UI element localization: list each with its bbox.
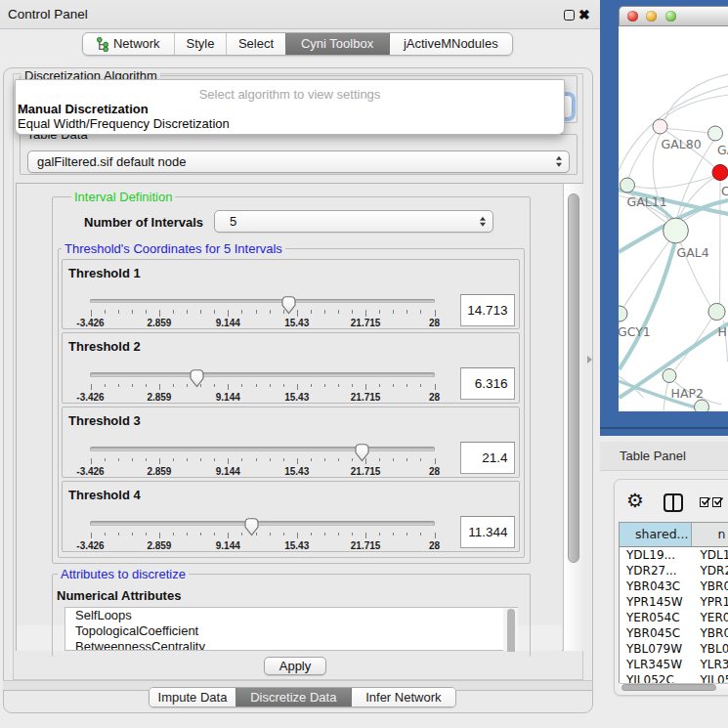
column-header-shared-name[interactable]: shared... <box>620 523 692 546</box>
threshold-3-label: Threshold 3 <box>68 413 141 428</box>
popup-hint[interactable]: Select algorithm to view settings <box>16 87 564 102</box>
split-table-icon[interactable] <box>664 493 683 512</box>
list-item[interactable]: BetweennessCentrality <box>65 639 503 651</box>
threshold-2-box: Threshold 2 -3.4262.8599.14415.4321.7152… <box>62 332 520 404</box>
table-row[interactable]: YPR145WYPR14 <box>620 594 728 610</box>
numerical-attributes-label: Numerical Attributes <box>57 588 181 603</box>
number-of-intervals-value: 5 <box>230 211 236 232</box>
slider-scale-label: -3.426 <box>76 318 104 328</box>
column-header-name[interactable]: n <box>692 523 728 546</box>
close-traffic-light-icon[interactable] <box>627 11 638 21</box>
attributes-list-scrollbar-thumb[interactable] <box>507 609 516 652</box>
slider-scale-label: 2.859 <box>147 392 171 403</box>
popup-item-manual-discretization[interactable]: Manual Discretization <box>16 102 564 116</box>
node-h[interactable] <box>707 303 724 320</box>
table-row[interactable]: YBR045CYBR04 <box>620 625 728 641</box>
threshold-4-value-field[interactable]: 11.344 <box>460 516 515 548</box>
cell-shared-name: YPR145W <box>620 594 692 610</box>
attributes-group-title: Attributes to discretize <box>58 568 189 580</box>
network-window-bottom-edge <box>600 427 728 429</box>
cell-shared-name: YBR043C <box>620 578 692 594</box>
network-view-canvas[interactable]: GAL80 GA C GAL11 GAL4 GCY1 H HAP2 <box>619 26 728 411</box>
threshold-4-value: 11.344 <box>468 517 507 547</box>
table-panel-header: Table Panel <box>600 442 728 471</box>
thresholds-group-title: Threshold's Coordinates for 5 Intervals <box>62 242 285 255</box>
threshold-3-value-field[interactable]: 21.4 <box>460 442 515 474</box>
tab-jactivemnodules[interactable]: jActiveMNodules <box>389 33 512 55</box>
cell-shared-name: YDR27... <box>620 563 692 578</box>
threshold-2-slider-track[interactable] <box>90 372 435 377</box>
gear-icon[interactable]: ⚙ <box>626 490 644 511</box>
combo-arrows-icon <box>556 156 562 167</box>
minimize-traffic-light-icon[interactable] <box>646 11 657 21</box>
tab-network-label: Network <box>113 36 160 51</box>
checkbox-select-icon[interactable] <box>712 497 722 507</box>
threshold-1-label: Threshold 1 <box>68 266 141 280</box>
list-item[interactable]: SelfLoops <box>65 608 503 623</box>
table-row[interactable]: YER054CYER05 <box>620 610 728 625</box>
tab-discretize-data[interactable]: Discretize Data <box>236 688 351 707</box>
table-row[interactable]: YBL079WYBL07 <box>620 641 728 657</box>
slider-thumb[interactable] <box>354 443 370 462</box>
close-icon[interactable]: ✖ <box>578 2 590 27</box>
tab-network[interactable]: Network <box>83 33 174 55</box>
numerical-attributes-list: SelfLoops TopologicalCoefficient Between… <box>64 607 503 651</box>
node-hap2[interactable] <box>663 369 676 383</box>
table-row[interactable]: YLR345WYLR34 <box>620 657 728 672</box>
cell-name: YPR14 <box>692 594 728 610</box>
slider-scale-label: 2.859 <box>147 540 171 551</box>
checkbox-select-icon[interactable] <box>700 497 709 507</box>
tab-cyni-toolbox[interactable]: Cyni Toolbox <box>285 33 389 55</box>
table-hscrollbar-thumb[interactable] <box>621 684 716 691</box>
float-window-icon[interactable] <box>564 10 575 21</box>
zoom-traffic-light-icon[interactable] <box>665 11 676 21</box>
network-graph: GAL80 GA C GAL11 GAL4 GCY1 H HAP2 <box>619 26 728 411</box>
tab-impute-data[interactable]: Impute Data <box>150 688 236 707</box>
number-of-intervals-combobox[interactable]: 5 <box>214 210 493 233</box>
threshold-4-slider-track[interactable] <box>90 521 435 526</box>
slider-thumb[interactable] <box>280 295 297 315</box>
threshold-3-slider-track[interactable] <box>90 447 435 451</box>
node-label: C <box>721 184 728 198</box>
popup-item-equal-width[interactable]: Equal Width/Frequency Discretization <box>16 116 564 131</box>
cell-name: YBR04 <box>692 625 728 641</box>
node-gcy1[interactable] <box>619 306 627 321</box>
slider-scale-label: -3.426 <box>76 466 104 477</box>
node-label: GCY1 <box>619 324 651 339</box>
tab-style-label: Style <box>187 36 215 51</box>
threshold-1-value: 14.713 <box>467 295 507 325</box>
tab-select-label: Select <box>238 36 274 51</box>
table-data-combobox[interactable]: galFiltered.sif default node <box>27 150 570 174</box>
table-row[interactable]: YDL19...YDL19 <box>620 547 728 563</box>
cyni-bottom-tabbar: Impute Data Discretize Data Infer Networ… <box>149 687 456 707</box>
node-bottom[interactable] <box>694 400 708 411</box>
tab-style[interactable]: Style <box>174 33 227 55</box>
cell-shared-name: YIL052C <box>620 672 692 684</box>
table-row[interactable]: YBR043CYBR04 <box>620 578 728 594</box>
table-row[interactable]: YIL052CYIL05 <box>620 672 728 684</box>
threshold-1-value-field[interactable]: 14.713 <box>460 294 515 326</box>
slider-thumb[interactable] <box>189 368 205 388</box>
slider-scale-label: 21.715 <box>351 540 381 551</box>
split-divider-arrow[interactable] <box>587 356 592 364</box>
tab-discretize-data-label: Discretize Data <box>250 690 336 705</box>
settings-scrollbar-thumb[interactable] <box>568 193 579 563</box>
apply-button[interactable]: Apply <box>264 657 326 675</box>
node-gal11[interactable] <box>620 178 634 193</box>
node-red[interactable] <box>712 165 728 181</box>
tab-infer-network[interactable]: Infer Network <box>351 688 455 707</box>
threshold-2-value-field[interactable]: 6.316 <box>460 367 515 400</box>
node-gal4[interactable] <box>663 218 688 243</box>
tab-select[interactable]: Select <box>226 33 284 55</box>
threshold-3-value: 21.4 <box>482 443 507 473</box>
table-row[interactable]: YDR27...YDR27 <box>620 563 728 578</box>
node-ga[interactable] <box>707 126 722 141</box>
node-gal80[interactable] <box>653 119 667 134</box>
slider-scale-label: 2.859 <box>147 318 171 328</box>
threshold-1-slider-track[interactable] <box>90 299 435 304</box>
slider-thumb[interactable] <box>243 517 260 536</box>
cell-name: YDL19 <box>692 547 728 563</box>
cell-name: YBR04 <box>692 578 728 594</box>
list-item[interactable]: TopologicalCoefficient <box>65 623 503 639</box>
cell-shared-name: YBR045C <box>620 625 692 641</box>
